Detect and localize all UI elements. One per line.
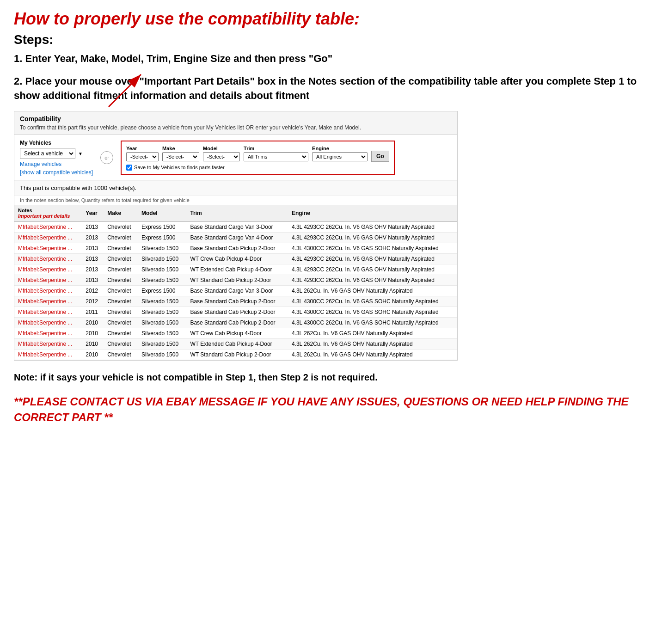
cell-make: Chevrolet <box>104 296 138 307</box>
cell-trim: Base Standard Cab Pickup 2-Door <box>186 296 288 307</box>
cell-model: Silverado 1500 <box>138 339 186 350</box>
table-row: Mfrlabel:Serpentine ... 2012 Chevrolet E… <box>14 286 457 296</box>
year-make-section: Year -Select- Make -Select- Model <box>121 141 395 175</box>
trim-select[interactable]: All Trims <box>244 152 308 161</box>
cell-engine: 4.3L 4300CC 262Cu. In. V6 GAS SOHC Natur… <box>288 243 457 254</box>
cell-make: Chevrolet <box>104 339 138 350</box>
cell-year: 2013 <box>82 243 104 254</box>
cell-model: Silverado 1500 <box>138 350 186 360</box>
cell-make: Chevrolet <box>104 275 138 286</box>
notes-header: Notes <box>18 208 78 213</box>
engine-select[interactable]: All Engines <box>312 152 368 161</box>
table-row: Mfrlabel:Serpentine ... 2013 Chevrolet E… <box>14 233 457 243</box>
cell-model: Silverado 1500 <box>138 254 186 264</box>
important-part-label: Important part details <box>18 213 78 219</box>
cell-trim: Base Standard Cab Pickup 2-Door <box>186 243 288 254</box>
table-row: Mfrlabel:Serpentine ... 2012 Chevrolet S… <box>14 296 457 307</box>
table-row: Mfrlabel:Serpentine ... 2013 Chevrolet S… <box>14 275 457 286</box>
step-1-text: 1. Enter Year, Make, Model, Trim, Engine… <box>14 52 654 66</box>
compat-section-desc: To confirm that this part fits your vehi… <box>20 124 452 131</box>
cell-trim: Base Standard Cargo Van 3-Door <box>186 221 288 233</box>
year-make-row: Year -Select- Make -Select- Model <box>126 145 389 162</box>
cell-trim: WT Standard Cab Pickup 2-Door <box>186 350 288 360</box>
cell-year: 2012 <box>82 286 104 296</box>
cell-notes: Mfrlabel:Serpentine ... <box>14 350 82 360</box>
manage-vehicles-link[interactable]: Manage vehicles <box>20 161 93 167</box>
model-select[interactable]: -Select- <box>203 152 240 161</box>
cell-notes: Mfrlabel:Serpentine ... <box>14 233 82 243</box>
model-label: Model <box>203 146 240 151</box>
cell-notes: Mfrlabel:Serpentine ... <box>14 328 82 339</box>
main-title: How to properly use the compatibility ta… <box>14 9 654 29</box>
cell-model: Silverado 1500 <box>138 243 186 254</box>
make-field-group: Make -Select- <box>162 146 199 161</box>
cell-make: Chevrolet <box>104 264 138 275</box>
or-divider: or <box>100 151 113 164</box>
table-row: Mfrlabel:Serpentine ... 2013 Chevrolet E… <box>14 221 457 233</box>
compat-vehicles-row: My Vehicles Select a vehicle ▼ Manage ve… <box>14 135 457 181</box>
cell-notes: Mfrlabel:Serpentine ... <box>14 264 82 275</box>
cell-make: Chevrolet <box>104 318 138 328</box>
cell-make: Chevrolet <box>104 233 138 243</box>
cell-engine: 4.3L 262Cu. In. V6 GAS OHV Naturally Asp… <box>288 350 457 360</box>
cell-year: 2012 <box>82 296 104 307</box>
year-field-group: Year -Select- <box>126 146 159 161</box>
cell-engine: 4.3L 4293CC 262Cu. In. V6 GAS OHV Natura… <box>288 264 457 275</box>
cell-make: Chevrolet <box>104 243 138 254</box>
col-engine: Engine <box>288 205 457 221</box>
col-trim: Trim <box>186 205 288 221</box>
cell-model: Express 1500 <box>138 286 186 296</box>
table-row: Mfrlabel:Serpentine ... 2013 Chevrolet S… <box>14 254 457 264</box>
cell-year: 2010 <box>82 318 104 328</box>
cell-engine: 4.3L 4300CC 262Cu. In. V6 GAS SOHC Natur… <box>288 318 457 328</box>
save-row: Save to My Vehicles to finds parts faste… <box>126 165 389 171</box>
table-row: Mfrlabel:Serpentine ... 2013 Chevrolet S… <box>14 243 457 254</box>
cell-model: Silverado 1500 <box>138 318 186 328</box>
compatibility-table: Notes Important part details Year Make M… <box>14 205 457 360</box>
save-label: Save to My Vehicles to finds parts faste… <box>134 165 225 170</box>
contact-text: **PLEASE CONTACT US VIA EBAY MESSAGE IF … <box>14 394 654 425</box>
cell-trim: Base Standard Cargo Van 3-Door <box>186 286 288 296</box>
col-notes: Notes Important part details <box>14 205 82 221</box>
table-row: Mfrlabel:Serpentine ... 2010 Chevrolet S… <box>14 339 457 350</box>
cell-notes: Mfrlabel:Serpentine ... <box>14 286 82 296</box>
step-2-block: 2. Place your mouse over "Important Part… <box>14 74 654 361</box>
cell-notes: Mfrlabel:Serpentine ... <box>14 339 82 350</box>
cell-engine: 4.3L 4300CC 262Cu. In. V6 GAS SOHC Natur… <box>288 307 457 318</box>
go-button[interactable]: Go <box>371 151 389 162</box>
table-row: Mfrlabel:Serpentine ... 2010 Chevrolet S… <box>14 350 457 360</box>
cell-engine: 4.3L 262Cu. In. V6 GAS OHV Naturally Asp… <box>288 328 457 339</box>
cell-year: 2010 <box>82 328 104 339</box>
year-label: Year <box>126 146 159 151</box>
show-all-compatible-link[interactable]: [show all compatible vehicles] <box>20 169 93 176</box>
select-vehicle-wrapper: Select a vehicle ▼ <box>20 148 93 159</box>
cell-notes: Mfrlabel:Serpentine ... <box>14 243 82 254</box>
note-bottom: Note: if it says your vehicle is not com… <box>14 371 654 384</box>
table-row: Mfrlabel:Serpentine ... 2010 Chevrolet S… <box>14 318 457 328</box>
cell-notes: Mfrlabel:Serpentine ... <box>14 296 82 307</box>
cell-model: Silverado 1500 <box>138 264 186 275</box>
save-checkbox[interactable] <box>126 165 132 171</box>
cell-trim: WT Crew Cab Pickup 4-Door <box>186 254 288 264</box>
compat-header: Compatibility To confirm that this part … <box>14 111 457 135</box>
cell-year: 2010 <box>82 350 104 360</box>
cell-model: Silverado 1500 <box>138 328 186 339</box>
table-row: Mfrlabel:Serpentine ... 2013 Chevrolet S… <box>14 264 457 275</box>
cell-notes: Mfrlabel:Serpentine ... <box>14 221 82 233</box>
cell-trim: WT Extended Cab Pickup 4-Door <box>186 339 288 350</box>
cell-notes: Mfrlabel:Serpentine ... <box>14 307 82 318</box>
cell-trim: Base Standard Cargo Van 4-Door <box>186 233 288 243</box>
cell-year: 2013 <box>82 275 104 286</box>
year-select[interactable]: -Select- <box>126 152 159 161</box>
cell-year: 2010 <box>82 339 104 350</box>
compat-note: In the notes section below, Quantity ref… <box>14 196 457 205</box>
compatibility-box: Compatibility To confirm that this part … <box>14 111 458 361</box>
make-select[interactable]: -Select- <box>162 152 199 161</box>
cell-model: Express 1500 <box>138 233 186 243</box>
col-year: Year <box>82 205 104 221</box>
cell-notes: Mfrlabel:Serpentine ... <box>14 275 82 286</box>
cell-notes: Mfrlabel:Serpentine ... <box>14 254 82 264</box>
steps-heading: Steps: <box>14 32 654 47</box>
select-vehicle-dropdown[interactable]: Select a vehicle <box>20 148 75 159</box>
col-make: Make <box>104 205 138 221</box>
